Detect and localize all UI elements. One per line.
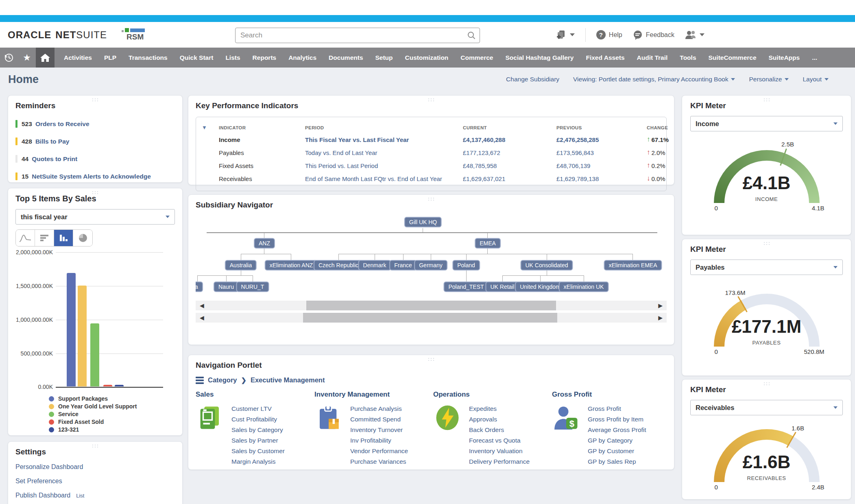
roles-menu-button[interactable] [685, 30, 705, 40]
nav-link[interactable]: Vendor Performance [350, 446, 429, 456]
nav-item-suitecommerce[interactable]: SuiteCommerce [702, 54, 763, 61]
kpi-period-link[interactable]: Today vs. End of Last Year [305, 149, 463, 156]
line-chart-button[interactable] [16, 230, 35, 246]
portlet-drag-handle[interactable] [428, 358, 434, 361]
kpi-current-value[interactable]: £48,785,958 [463, 162, 556, 169]
nav-item-activities[interactable]: Activities [58, 54, 98, 61]
portlet-drag-handle[interactable] [764, 98, 770, 102]
org-node-czech-republic[interactable]: Czech Republic [314, 260, 363, 271]
org-node-anz[interactable]: ANZ [254, 238, 275, 249]
nav-link[interactable]: Approvals [469, 414, 548, 425]
scroll-right-icon[interactable]: ▶ [658, 314, 663, 321]
nav-link[interactable]: Average Gross Profit [588, 425, 667, 435]
nav-item-setup[interactable]: Setup [369, 54, 399, 61]
nav-item-transactions[interactable]: Transactions [122, 54, 174, 61]
kpi-period-link[interactable]: This Fiscal Year vs. Last Fiscal Year [305, 136, 463, 143]
org-node-united-kingdom[interactable]: United Kingdom [515, 281, 565, 292]
org-node-uk-retail[interactable]: UK Retail [485, 281, 519, 292]
nav-link[interactable]: Inventory Turnover [350, 425, 429, 435]
scroll-left-icon[interactable]: ◀ [200, 314, 204, 321]
portlet-drag-handle[interactable] [428, 98, 434, 102]
org-node-uk-consolidated[interactable]: UK Consolidated [520, 260, 573, 271]
reminder-link[interactable]: Bills to Pay [35, 138, 70, 145]
nav-link[interactable]: Expedites [469, 404, 548, 414]
breadcrumb-category[interactable]: Category [208, 376, 237, 384]
nav-item-more[interactable]: ... [806, 54, 823, 61]
scrollbar-thumb[interactable] [306, 301, 556, 310]
nav-link[interactable]: Inv Profitability [350, 435, 429, 446]
kpi-filter-icon[interactable]: ▼ [202, 124, 219, 131]
publish-dashboard-link[interactable]: Publish DashboardList [15, 492, 175, 499]
kpi-period-link[interactable]: End of Same Month Last FQtr vs. End of L… [305, 175, 463, 182]
feedback-button[interactable]: Feedback [633, 30, 674, 40]
shortcuts-star-icon[interactable]: ★ [18, 48, 36, 68]
org-node-france[interactable]: France [389, 260, 417, 271]
kpi-period-link[interactable]: This Period vs. Last Period [305, 162, 463, 169]
nav-link[interactable]: GP by Sales Rep [588, 456, 667, 467]
kpi-previous-value[interactable]: £48,706,139 [556, 162, 647, 169]
reminder-link[interactable]: NetSuite System Alerts to Acknowledge [32, 173, 151, 180]
portlet-drag-handle[interactable] [92, 98, 98, 102]
portlet-drag-handle[interactable] [764, 242, 770, 245]
nav-link[interactable]: Delivery Performance [469, 456, 548, 467]
nav-link[interactable]: Sales by Partner [231, 435, 310, 446]
personalize-dropdown[interactable]: Personalize [749, 76, 789, 83]
home-tab[interactable] [36, 48, 55, 68]
scrollbar-thumb[interactable] [303, 313, 557, 323]
nav-link[interactable]: Forecast vs Quota [469, 435, 548, 446]
create-new-button[interactable] [556, 30, 575, 40]
portlet-drag-handle[interactable] [428, 198, 434, 201]
org-node-xelimination-uk[interactable]: xElimination UK [559, 281, 609, 292]
nav-item-documents[interactable]: Documents [323, 54, 369, 61]
category-menu-icon[interactable] [196, 377, 204, 384]
reminder-link[interactable]: Orders to Receive [35, 120, 89, 128]
kpi-current-value[interactable]: £4,137,460,288 [463, 136, 556, 143]
date-range-select[interactable]: this fiscal year [15, 209, 175, 225]
nav-item-commerce[interactable]: Commerce [454, 54, 499, 61]
viewing-settings-dropdown[interactable]: Viewing: Portlet date settings, Primary … [573, 76, 735, 83]
pie-chart-button[interactable] [73, 230, 92, 246]
nav-link[interactable]: Gross Profit by Item [588, 414, 667, 425]
nav-link[interactable]: Back Orders [469, 425, 548, 435]
kpi-previous-value[interactable]: £173,596,843 [556, 149, 647, 156]
org-node-xelimination-emea[interactable]: xElimination EMEA [604, 260, 662, 271]
org-node-poland[interactable]: Poland [452, 260, 480, 271]
nav-link[interactable]: Customer LTV [231, 404, 310, 414]
org-node-emea[interactable]: EMEA [475, 238, 501, 249]
nav-link[interactable]: GP by Category [588, 435, 667, 446]
horizontal-scrollbar[interactable]: ◀ ▶ [196, 313, 667, 323]
portlet-drag-handle[interactable] [92, 445, 98, 448]
nav-item-plp[interactable]: PLP [98, 54, 122, 61]
global-search[interactable] [235, 28, 480, 43]
set-preferences-link[interactable]: Set Preferences [15, 478, 175, 485]
nav-link[interactable]: Margin Analysis [231, 456, 310, 467]
nav-item-analytics[interactable]: Analytics [282, 54, 323, 61]
nav-link[interactable]: Gross Profit [588, 404, 667, 414]
nav-item-tools[interactable]: Tools [674, 54, 702, 61]
help-button[interactable]: ? Help [596, 30, 622, 39]
org-node-gill-uk-hq[interactable]: Gill UK HQ [404, 217, 442, 227]
nav-item-fixed-assets[interactable]: Fixed Assets [580, 54, 630, 61]
layout-dropdown[interactable]: Layout [803, 76, 829, 83]
kpi-current-value[interactable]: £177,123,672 [463, 149, 556, 156]
kpi-select[interactable]: Receivables [690, 400, 843, 415]
recent-records-icon[interactable] [0, 48, 18, 68]
kpi-current-value[interactable]: £1,629,637,021 [463, 175, 556, 182]
nav-link[interactable]: Sales by Category [231, 425, 310, 435]
nav-item-lists[interactable]: Lists [219, 54, 246, 61]
nav-item-social-hashtag-gallery[interactable]: Social Hashtag Gallery [499, 54, 580, 61]
vertical-bar-chart-button-selected[interactable] [54, 230, 73, 246]
org-node-xelimination-anz[interactable]: xElimination ANZ [265, 260, 318, 271]
kpi-select[interactable]: Income [690, 116, 843, 131]
kpi-previous-value[interactable]: £1,629,789,138 [556, 175, 647, 182]
publish-dashboard-list-link[interactable]: List [76, 493, 84, 499]
nav-item-reports[interactable]: Reports [246, 54, 283, 61]
nav-item-quick-start[interactable]: Quick Start [174, 54, 220, 61]
portlet-drag-handle[interactable] [92, 191, 98, 194]
org-node-germany[interactable]: Germany [414, 260, 447, 271]
org-node-nuru-t[interactable]: NURU_T [236, 281, 269, 292]
org-node-clipped[interactable]: a [196, 281, 203, 292]
nav-item-customization[interactable]: Customization [399, 54, 455, 61]
search-icon[interactable] [467, 31, 476, 41]
scroll-right-icon[interactable]: ▶ [658, 302, 663, 309]
